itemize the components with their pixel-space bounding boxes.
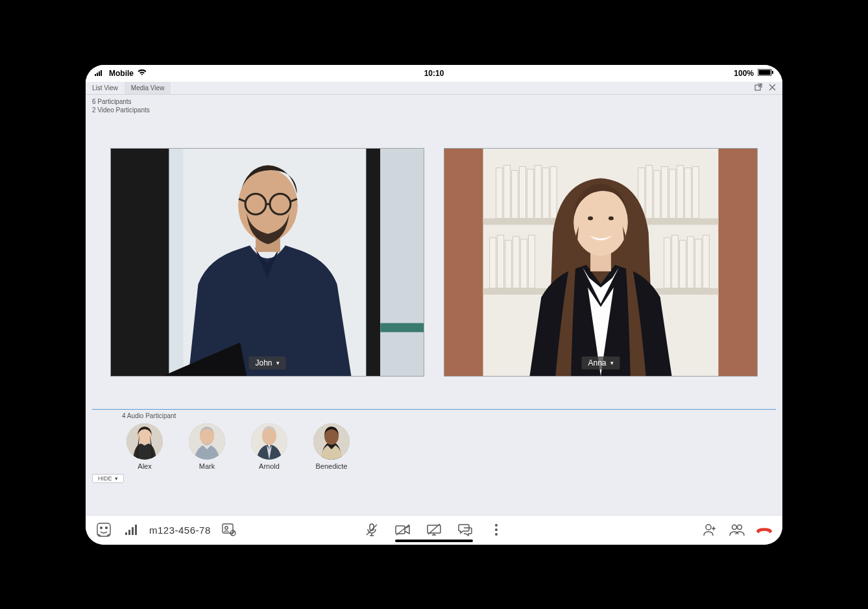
- svg-rect-44: [498, 235, 504, 288]
- tab-list-view[interactable]: List View: [86, 82, 125, 94]
- video-grid: John ▾: [86, 116, 782, 383]
- svg-rect-10: [169, 149, 184, 376]
- svg-rect-34: [550, 166, 557, 218]
- svg-rect-42: [692, 166, 699, 218]
- svg-rect-1: [97, 73, 98, 76]
- participant-name: Alex: [138, 462, 151, 470]
- svg-rect-43: [490, 238, 496, 288]
- hide-label: HIDE: [98, 475, 112, 482]
- hangup-icon[interactable]: [755, 521, 773, 539]
- svg-rect-3: [101, 70, 102, 76]
- svg-rect-48: [528, 235, 535, 288]
- svg-point-85: [495, 533, 498, 536]
- svg-point-68: [101, 527, 102, 529]
- audio-participant-benedicte[interactable]: Benedicte: [311, 423, 352, 470]
- svg-rect-46: [513, 236, 520, 288]
- avatar: [251, 423, 287, 460]
- svg-rect-51: [679, 240, 686, 288]
- participants-icon[interactable]: [728, 521, 746, 539]
- audio-participants-row: Alex Mark Arnold Benedicte: [86, 423, 782, 470]
- svg-rect-54: [703, 235, 709, 288]
- svg-rect-73: [135, 525, 137, 535]
- svg-rect-41: [684, 168, 691, 218]
- svg-rect-9: [111, 149, 169, 376]
- svg-rect-52: [687, 236, 693, 288]
- video-feed-john: [111, 149, 424, 376]
- dialpad-icon[interactable]: [95, 521, 113, 539]
- participant-name: Arnold: [259, 462, 280, 470]
- close-icon[interactable]: [769, 84, 776, 92]
- svg-rect-67: [97, 523, 110, 536]
- chevron-down-icon: ▾: [115, 475, 118, 482]
- wifi-icon: [138, 69, 147, 78]
- video-tile-john[interactable]: John ▾: [110, 148, 424, 377]
- svg-rect-31: [527, 169, 533, 218]
- audio-participant-mark[interactable]: Mark: [187, 423, 227, 470]
- participants-info: 6 Participants 2 Video Participants: [86, 95, 782, 116]
- svg-rect-40: [677, 165, 684, 218]
- svg-point-75: [225, 527, 228, 529]
- svg-rect-70: [125, 532, 127, 535]
- svg-point-15: [238, 169, 298, 242]
- avatar: [189, 423, 225, 460]
- signal-icon: [95, 69, 105, 78]
- video-feed-anna: [444, 149, 757, 376]
- svg-rect-38: [662, 166, 668, 218]
- svg-rect-5: [759, 69, 771, 75]
- clock: 10:10: [424, 69, 444, 78]
- svg-rect-30: [520, 166, 526, 218]
- battery-icon: [758, 69, 773, 78]
- chevron-down-icon: ▾: [610, 360, 614, 366]
- camera-off-icon[interactable]: [394, 521, 412, 539]
- svg-rect-71: [128, 530, 130, 535]
- svg-rect-11: [366, 149, 380, 376]
- audio-participant-alex[interactable]: Alex: [125, 423, 165, 470]
- chevron-down-icon: ▾: [276, 360, 280, 366]
- svg-rect-36: [646, 165, 653, 218]
- svg-point-87: [732, 525, 737, 530]
- center-controls: [363, 521, 505, 539]
- status-bar: Mobile 10:10 100%: [86, 65, 782, 82]
- dial-number: m123-456-78: [149, 525, 211, 536]
- add-participant-icon[interactable]: [701, 521, 719, 539]
- svg-rect-47: [521, 239, 527, 288]
- more-options-icon[interactable]: [487, 521, 505, 539]
- screen: Mobile 10:10 100% List View Media View: [86, 65, 782, 545]
- participant-name: Anna: [588, 358, 606, 367]
- svg-rect-50: [672, 235, 679, 288]
- audio-participant-arnold[interactable]: Arnold: [249, 423, 289, 470]
- video-tile-anna[interactable]: Anna ▾: [444, 148, 758, 377]
- name-tag-anna[interactable]: Anna ▾: [581, 356, 620, 369]
- carrier-label: Mobile: [109, 69, 134, 78]
- chat-icon[interactable]: [456, 521, 474, 539]
- svg-rect-22: [444, 149, 483, 376]
- svg-rect-49: [664, 238, 671, 288]
- popout-icon[interactable]: [754, 83, 762, 92]
- svg-rect-0: [95, 74, 96, 76]
- svg-point-58: [609, 216, 614, 220]
- svg-point-69: [106, 527, 108, 529]
- status-left: Mobile: [95, 69, 147, 78]
- screen-share-off-icon[interactable]: [425, 521, 443, 539]
- home-indicator[interactable]: [395, 540, 473, 542]
- tab-media-view[interactable]: Media View: [125, 82, 171, 94]
- name-tag-john[interactable]: John ▾: [248, 356, 285, 369]
- participant-name: Mark: [199, 462, 215, 470]
- audio-participants-label: 4 Audio Participant: [86, 410, 782, 423]
- mute-mic-icon[interactable]: [363, 521, 381, 539]
- avatar: [127, 423, 163, 460]
- svg-rect-27: [496, 168, 503, 218]
- contact-card-icon[interactable]: [220, 521, 238, 539]
- svg-point-86: [706, 525, 711, 530]
- svg-rect-6: [772, 71, 773, 74]
- tablet-frame: Mobile 10:10 100% List View Media View: [74, 53, 794, 556]
- view-tabs: List View Media View: [86, 82, 782, 95]
- status-right: 100%: [734, 69, 773, 78]
- svg-rect-29: [512, 170, 518, 218]
- signal-strength-icon: [122, 521, 140, 539]
- svg-rect-53: [695, 239, 701, 288]
- hide-toggle[interactable]: HIDE ▾: [92, 474, 124, 483]
- battery-percent: 100%: [734, 69, 754, 78]
- svg-point-83: [495, 524, 498, 527]
- participant-name: John: [255, 358, 272, 367]
